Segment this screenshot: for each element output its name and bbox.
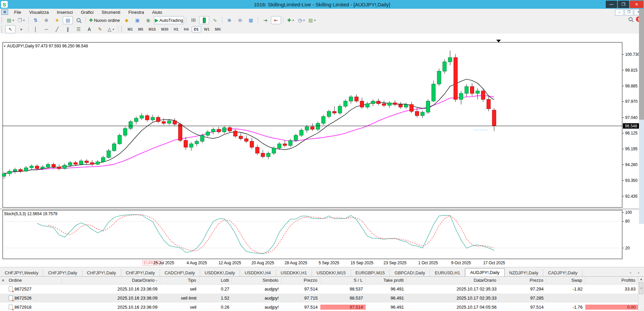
column-header-lots[interactable]: Lotti <box>199 277 232 283</box>
scroll-up-arrow[interactable]: ▲ <box>638 277 644 282</box>
timeframe-button-h4[interactable]: H4 <box>181 26 191 32</box>
maximize-button[interactable]: ❐ <box>618 1 629 8</box>
market-watch-button[interactable]: ⇅ <box>31 16 41 24</box>
timeframe-button-m30[interactable]: M30 <box>159 26 171 32</box>
close-button[interactable]: ✕ <box>630 1 643 8</box>
timeframe-button-d1[interactable]: D1 <box>192 26 201 32</box>
zoom-out-button[interactable]: ⊖ <box>235 16 245 24</box>
chart-tab-usddkk-h4[interactable]: USDDKK!,H4 <box>240 269 276 277</box>
chart-tab-nzdjpy-daily[interactable]: NZDJPY!,Daily <box>505 269 544 277</box>
minimize-button[interactable]: — <box>606 1 617 8</box>
cursor-button[interactable]: ↖ <box>5 25 15 33</box>
chart-tab-chfjpy-daily[interactable]: CHFJPY!,Daily <box>82 269 121 277</box>
chart-vertical-scrollbar[interactable] <box>639 9 644 224</box>
text-button[interactable]: A <box>84 25 94 33</box>
timeframe-button-m1[interactable]: M1 <box>125 26 135 32</box>
toolbar-grip[interactable] <box>1 17 4 23</box>
auto-scroll-button[interactable]: ⇥ <box>260 16 270 24</box>
toolbar-grip[interactable] <box>121 26 124 32</box>
new-chart-button[interactable]: ▤▾ <box>5 16 15 24</box>
chart-shift-button[interactable]: ⇤ <box>271 16 281 24</box>
navigator-button[interactable]: ★ <box>52 16 62 24</box>
community-button[interactable]: ▣ <box>132 16 142 24</box>
line-chart-button[interactable]: ∿ <box>210 16 220 24</box>
title-bar[interactable]: S 1016: SkillingLimited-Live - Skilling … <box>0 0 644 9</box>
vertical-line-button[interactable]: │ <box>31 25 41 33</box>
crosshair-button[interactable]: + <box>16 25 26 33</box>
terminal-button[interactable]: ▤ <box>63 16 73 24</box>
chart-window[interactable]: 100.73099.81598.88597.97097.04096.12595.… <box>0 34 644 267</box>
scrollbar-thumb[interactable] <box>639 9 644 120</box>
chart-tab-chfjpy-daily[interactable]: CHFJPY!,Daily <box>43 269 82 277</box>
column-header-type[interactable]: Tipo <box>160 277 199 283</box>
menu-item-inserisci[interactable]: Inserisci <box>53 9 77 15</box>
zoom-in-button[interactable]: ⊕ <box>224 16 234 24</box>
chart-tab-usddkk-h1[interactable]: USDDKK!,H1 <box>276 269 312 277</box>
column-header-profit[interactable]: Profitto <box>585 277 638 283</box>
profiles-button[interactable]: ❐▾ <box>16 16 26 24</box>
shapes-button[interactable]: △▾ <box>106 25 116 33</box>
menu-item-strumenti[interactable]: Strumenti <box>98 9 125 15</box>
bar-chart-button[interactable]: ☰ <box>188 16 198 24</box>
column-header-tp[interactable]: Take profit <box>366 277 407 283</box>
column-header-time1[interactable]: Data/Orario ▿ <box>62 277 160 283</box>
chart-tab-gbpcad-daily[interactable]: GBPCAD!,Daily <box>390 269 430 277</box>
stochastic-panel-canvas[interactable]: 1008020 <box>0 210 644 260</box>
date-axis[interactable]: EURUSD 25 Jul 20254 Aug 202512 Aug 20252… <box>0 260 644 267</box>
trendline-button[interactable]: ╱ <box>52 25 62 33</box>
table-scrollbar-thumb[interactable]: ≡ <box>639 282 643 294</box>
metaeditor-button[interactable]: ◆ <box>122 16 132 24</box>
new-order-button[interactable]: ✚Nuovo ordine <box>88 16 121 24</box>
main-chart-canvas[interactable]: 100.73099.81598.88597.97097.04096.12595.… <box>0 34 644 208</box>
timeframe-button-m15[interactable]: M15 <box>146 26 158 32</box>
horizontal-line-button[interactable]: ─ <box>41 25 51 33</box>
menu-item-visualizza[interactable]: Visualizza <box>25 9 53 15</box>
order-row-8672527[interactable]: 86725272025.10.16 23:36:09sell0.27audjpy… <box>0 284 644 294</box>
timeframe-button-h1[interactable]: H1 <box>171 26 181 32</box>
order-row-8672526[interactable]: 86725262025.10.16 23:36:09sell limit1.52… <box>0 294 644 303</box>
column-header-order[interactable]: Ordine <box>6 277 62 283</box>
column-header-symbol[interactable]: Simbolo <box>232 277 281 283</box>
toolbar-grip[interactable] <box>1 26 4 32</box>
channel-button[interactable]: ∥ <box>63 25 73 33</box>
chart-tab-usddkk-daily[interactable]: USDDKK!,Daily <box>200 269 240 277</box>
chart-tab-eurusd-h1[interactable]: EURUSD,H1 <box>430 269 465 277</box>
chart-window-icon[interactable]: ▦ <box>1 9 8 15</box>
chart-tab-cadjpy-daily[interactable]: CADJPY!,Daily <box>543 269 582 277</box>
column-header-sl[interactable]: S / L <box>320 277 366 283</box>
timeframe-button-mn[interactable]: MN <box>213 26 223 32</box>
column-header-price1[interactable]: Prezzo <box>281 277 320 283</box>
tile-windows-button[interactable]: ▦ <box>246 16 256 24</box>
record-button[interactable]: ◉ <box>143 16 153 24</box>
chart-tab-chfjpy-daily[interactable]: CHFJPY!,Daily <box>121 269 160 277</box>
menu-item-aiuto[interactable]: Aiuto <box>148 9 166 15</box>
label-button[interactable]: ✎ <box>95 25 105 33</box>
data-window-button[interactable]: ⊕ <box>41 16 51 24</box>
mdi-restore-button[interactable]: ❒ <box>625 9 633 15</box>
templates-button[interactable]: ▨▾ <box>307 16 317 24</box>
autotrading-button[interactable]: ▶AutoTrading <box>154 16 184 24</box>
fibonacci-button[interactable]: ☰ <box>74 25 84 33</box>
table-scrollbar[interactable]: ▲ ≡ <box>638 277 644 311</box>
menu-item-file[interactable]: File <box>10 9 25 15</box>
chart-tab-chfjpy-weekly[interactable]: CHFJPY!,Weekly <box>0 269 43 277</box>
column-header-swap[interactable]: Swap <box>546 277 585 283</box>
periods-button[interactable]: ◷▾ <box>296 16 306 24</box>
order-row-8672918[interactable]: 86729182025.10.16 23:36:09sell0.26audjpy… <box>0 303 644 311</box>
chart-tab-audjpy-daily[interactable]: AUDJPY!,Daily <box>465 268 504 277</box>
column-header-time2[interactable]: Data/Orario <box>407 277 499 283</box>
timeframe-button-m5[interactable]: M5 <box>136 26 145 32</box>
chart-tab-usddkk-m15[interactable]: USDDKK!,M15 <box>312 269 351 277</box>
terminal-close-button[interactable]: ✕ <box>0 278 6 283</box>
timeframe-button-w1[interactable]: W1 <box>202 26 212 32</box>
chart-tab-cadchf-daily[interactable]: CADCHF!,Daily <box>160 269 200 277</box>
menu-item-finestra[interactable]: Finestra <box>124 9 148 15</box>
search-icon[interactable] <box>629 17 633 21</box>
mdi-minimize-button[interactable]: – <box>615 9 624 15</box>
indicators-button[interactable]: ✚▾ <box>285 16 295 24</box>
chart-tab-eurgbp-m15[interactable]: EURGBP!,M15 <box>351 269 390 277</box>
menu-item-grafici[interactable]: Grafici <box>77 9 98 15</box>
column-header-price2[interactable]: Prezzo <box>499 277 546 283</box>
candlestick-chart-button[interactable] <box>199 16 209 24</box>
tab-scroll-arrows[interactable]: ‹ › <box>630 270 642 275</box>
